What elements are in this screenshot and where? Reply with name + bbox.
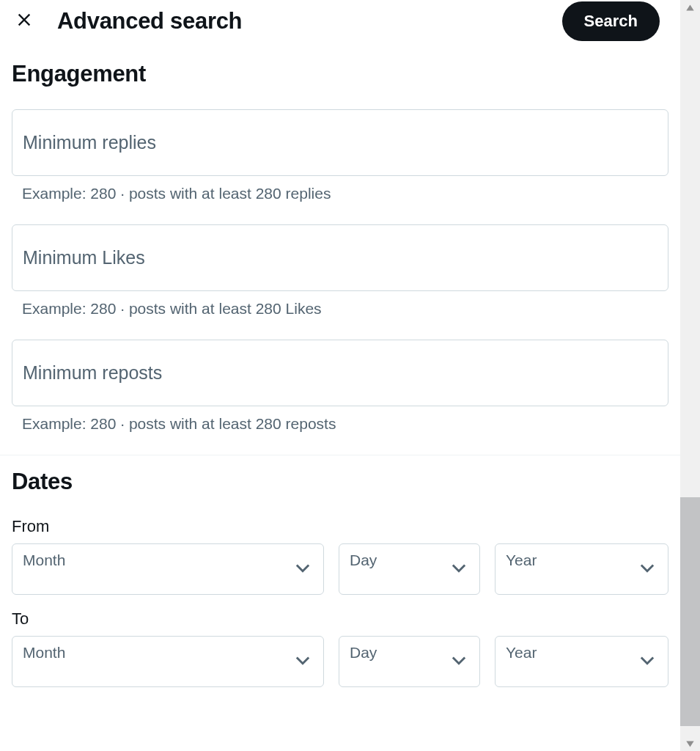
section-divider <box>0 455 680 455</box>
engagement-heading: Engagement <box>12 61 668 87</box>
from-day-label: Day <box>350 552 377 569</box>
to-day-label: Day <box>350 644 377 662</box>
chevron-down-icon <box>637 650 657 673</box>
chevron-down-icon <box>637 557 657 581</box>
scrollbar-thumb[interactable] <box>680 497 700 726</box>
scrollbar-down-arrow-icon[interactable] <box>680 736 700 751</box>
search-button[interactable]: Search <box>562 1 660 41</box>
min-replies-help: Example: 280 · posts with at least 280 r… <box>12 185 668 202</box>
from-month-select[interactable]: Month <box>12 543 324 595</box>
to-month-label: Month <box>23 644 65 662</box>
min-likes-help: Example: 280 · posts with at least 280 L… <box>12 300 668 318</box>
chevron-down-icon <box>449 650 469 673</box>
to-day-select[interactable]: Day <box>339 636 480 687</box>
chevron-down-icon <box>292 557 313 581</box>
min-reposts-group: Example: 280 · posts with at least 280 r… <box>12 340 668 433</box>
min-likes-input[interactable] <box>12 224 668 291</box>
min-replies-group: Example: 280 · posts with at least 280 r… <box>12 109 668 202</box>
from-date-row: Month Day Year <box>12 543 668 595</box>
from-day-select[interactable]: Day <box>339 543 480 595</box>
chevron-down-icon <box>449 557 469 581</box>
close-button[interactable] <box>12 7 37 34</box>
modal-header: Advanced search Search <box>0 0 680 48</box>
from-year-select[interactable]: Year <box>495 543 668 595</box>
min-reposts-help: Example: 280 · posts with at least 280 r… <box>12 415 668 433</box>
to-label: To <box>12 609 668 629</box>
to-date-row: Month Day Year <box>12 636 668 687</box>
scrollbar-up-arrow-icon[interactable] <box>680 0 700 15</box>
to-year-select[interactable]: Year <box>495 636 668 687</box>
scrollbar[interactable] <box>680 0 700 751</box>
min-reposts-input[interactable] <box>12 340 668 406</box>
from-year-label: Year <box>506 552 537 569</box>
dates-section: Dates From Month Day Year T <box>0 469 680 687</box>
min-likes-group: Example: 280 · posts with at least 280 L… <box>12 224 668 318</box>
close-icon <box>16 12 32 30</box>
chevron-down-icon <box>292 650 313 673</box>
engagement-section: Engagement Example: 280 · posts with at … <box>0 61 680 433</box>
to-month-select[interactable]: Month <box>12 636 324 687</box>
dates-heading: Dates <box>12 469 668 495</box>
min-replies-input[interactable] <box>12 109 668 176</box>
from-label: From <box>12 517 668 536</box>
to-year-label: Year <box>506 644 537 662</box>
from-month-label: Month <box>23 552 65 569</box>
modal-title: Advanced search <box>57 8 242 34</box>
